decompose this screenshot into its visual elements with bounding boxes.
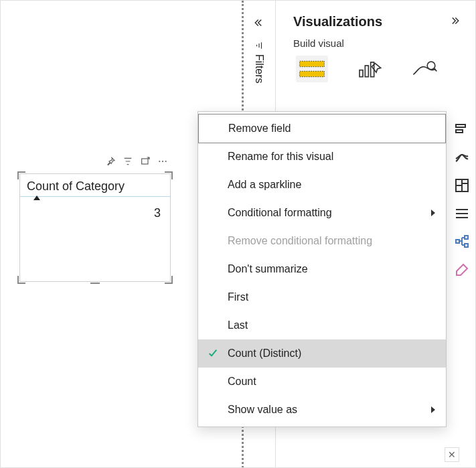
menu-label: Remove conditional formatting [228, 235, 372, 246]
selection-handle[interactable] [90, 276, 100, 284]
menu-label: Rename for this visual [228, 151, 333, 162]
pane-subtitle: Build visual [276, 37, 475, 56]
decomposition-tree-icon[interactable] [454, 234, 470, 250]
pane-title: Visualizations [293, 14, 382, 29]
selection-handle[interactable] [17, 276, 25, 284]
build-visual-tab[interactable] [296, 56, 328, 82]
menu-add-sparkline[interactable]: Add a sparkline [198, 171, 446, 199]
svg-rect-15 [465, 244, 468, 247]
menu-label: Add a sparkline [228, 179, 301, 190]
table-icon[interactable] [454, 206, 470, 222]
menu-label: Don't summarize [228, 263, 308, 275]
card-visual[interactable]: Count of Category 3 [19, 173, 171, 282]
svg-point-1 [159, 161, 160, 162]
menu-label: Count [228, 376, 256, 387]
menu-conditional-formatting[interactable]: Conditional formatting [198, 199, 446, 227]
filters-pane-tab[interactable]: Filters [253, 41, 265, 84]
chevron-right-icon [431, 210, 435, 216]
svg-rect-14 [465, 236, 468, 239]
svg-rect-7 [365, 66, 368, 77]
menu-last[interactable]: Last [198, 311, 446, 339]
visual-type-strip [449, 121, 475, 278]
menu-label: Conditional formatting [228, 207, 332, 218]
analytics-tab[interactable] [411, 58, 438, 80]
menu-rename-for-visual[interactable]: Rename for this visual [198, 143, 446, 171]
svg-rect-6 [360, 70, 363, 77]
svg-rect-4 [300, 61, 325, 66]
sort-ascending-icon[interactable] [33, 196, 40, 200]
more-options-icon[interactable] [157, 156, 168, 167]
menu-show-value-as[interactable]: Show value as [198, 396, 446, 424]
field-context-menu: Remove field Rename for this visual Add … [197, 111, 447, 427]
svg-rect-13 [456, 240, 459, 243]
treemap-icon[interactable] [454, 177, 470, 193]
menu-remove-conditional-formatting: Remove conditional formatting [198, 227, 446, 255]
menu-label: First [228, 291, 248, 303]
visual-card[interactable]: Count of Category 3 [19, 173, 171, 282]
svg-point-9 [427, 62, 435, 70]
menu-first[interactable]: First [198, 283, 446, 311]
stacked-bar-chart-icon[interactable] [454, 121, 470, 137]
filter-icon[interactable] [123, 156, 133, 167]
viz-mode-tabs [276, 56, 475, 82]
visual-header-controls [105, 156, 168, 167]
svg-rect-10 [456, 125, 465, 127]
filter-bars-icon [254, 41, 264, 50]
collapse-pane-button[interactable] [252, 17, 264, 31]
menu-count[interactable]: Count [198, 368, 446, 396]
format-visual-tab[interactable] [356, 58, 383, 80]
selection-handle[interactable] [165, 276, 173, 284]
menu-label: Show value as [228, 404, 297, 415]
remove-field-button[interactable]: ✕ [445, 447, 459, 462]
selection-handle[interactable] [165, 171, 173, 179]
eraser-icon[interactable] [454, 262, 470, 278]
pin-icon[interactable] [105, 156, 116, 167]
expand-pane-button[interactable] [450, 15, 462, 29]
filters-label: Filters [253, 54, 265, 84]
checkmark-icon [208, 348, 218, 359]
menu-remove-field[interactable]: Remove field [198, 114, 446, 143]
menu-label: Count (Distinct) [228, 347, 301, 359]
svg-point-2 [162, 161, 163, 162]
menu-dont-summarize[interactable]: Don't summarize [198, 255, 446, 283]
selection-handle[interactable] [17, 171, 25, 179]
svg-rect-0 [142, 159, 148, 164]
focus-mode-icon[interactable] [140, 156, 151, 167]
menu-label: Remove field [228, 123, 291, 134]
svg-rect-11 [456, 130, 463, 133]
menu-count-distinct[interactable]: Count (Distinct) [198, 339, 446, 368]
menu-label: Last [228, 319, 248, 331]
svg-point-3 [165, 161, 167, 162]
svg-rect-5 [300, 71, 325, 76]
visual-value: 3 [20, 197, 170, 220]
ribbon-chart-icon[interactable] [454, 149, 470, 165]
chevron-right-icon [431, 406, 435, 413]
visual-column-header[interactable]: Count of Category [20, 174, 170, 197]
